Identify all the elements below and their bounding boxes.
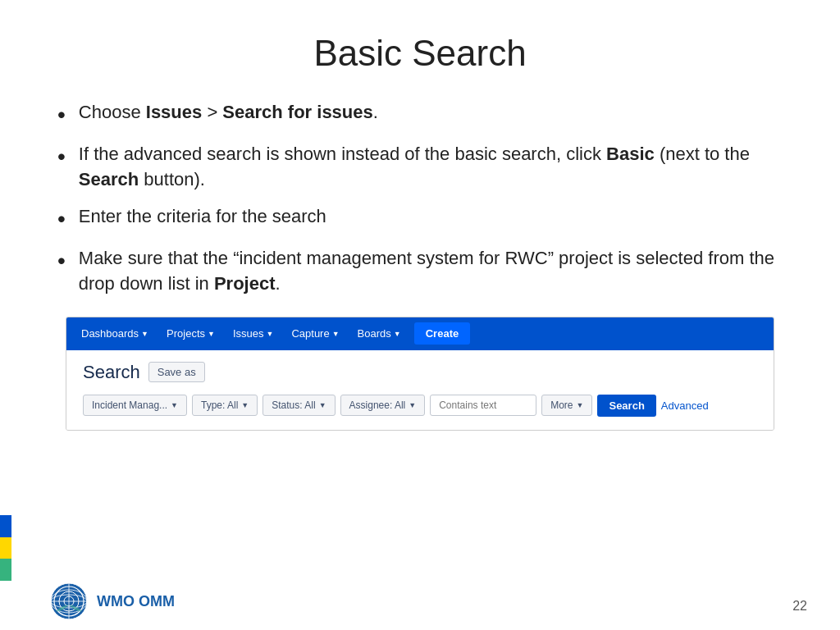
advanced-link[interactable]: Advanced xyxy=(661,399,709,412)
chevron-down-icon: ▼ xyxy=(208,330,215,338)
filter-row: Incident Manag... ▼ Type: All ▼ Status: … xyxy=(83,395,757,417)
jira-mockup: Dashboards ▼ Projects ▼ Issues ▼ Capture… xyxy=(66,317,774,431)
slide-number: 22 xyxy=(792,599,807,614)
bullet-item-4: Make sure that the “incident management … xyxy=(57,246,791,297)
create-button[interactable]: Create xyxy=(414,322,470,345)
bullet-item-1: Choose Issues > Search for issues. xyxy=(57,100,791,130)
status-filter[interactable]: Status: All ▼ xyxy=(262,395,335,416)
wmo-logo: WMO OMM xyxy=(49,582,175,621)
bottom-area: WMO OMM xyxy=(0,573,840,630)
chevron-down-icon: ▼ xyxy=(332,330,340,338)
search-header: Search Save as xyxy=(83,362,757,383)
slide: Basic Search Choose Issues > Search for … xyxy=(0,0,840,630)
nav-item-projects[interactable]: Projects ▼ xyxy=(158,321,223,346)
chevron-down-icon: ▼ xyxy=(577,401,584,409)
left-color-bar xyxy=(0,515,11,581)
contains-text-input[interactable] xyxy=(430,395,536,416)
more-button[interactable]: More ▼ xyxy=(541,395,592,416)
chevron-down-icon: ▼ xyxy=(171,401,178,409)
nav-item-capture[interactable]: Capture ▼ xyxy=(283,321,347,346)
nav-item-issues[interactable]: Issues ▼ xyxy=(225,321,282,346)
type-filter[interactable]: Type: All ▼ xyxy=(192,395,258,416)
chevron-down-icon: ▼ xyxy=(394,330,401,338)
jira-body: Search Save as Incident Manag... ▼ Type:… xyxy=(66,350,774,430)
chevron-down-icon: ▼ xyxy=(241,401,249,409)
search-heading: Search xyxy=(83,362,140,383)
bar-blue xyxy=(0,515,11,537)
bullet-list: Choose Issues > Search for issues. If th… xyxy=(49,100,791,297)
bullet-item-2: If the advanced search is shown instead … xyxy=(57,142,791,193)
bar-yellow xyxy=(0,537,11,559)
wmo-emblem-icon xyxy=(49,582,89,621)
save-as-button[interactable]: Save as xyxy=(148,362,205,382)
assignee-filter[interactable]: Assignee: All ▼ xyxy=(340,395,426,416)
slide-title: Basic Search xyxy=(49,33,791,74)
chevron-down-icon: ▼ xyxy=(141,330,148,338)
chevron-down-icon: ▼ xyxy=(409,401,416,409)
nav-item-dashboards[interactable]: Dashboards ▼ xyxy=(73,321,157,346)
bullet-item-3: Enter the criteria for the search xyxy=(57,204,791,235)
project-filter[interactable]: Incident Manag... ▼ xyxy=(83,395,187,416)
jira-navbar: Dashboards ▼ Projects ▼ Issues ▼ Capture… xyxy=(66,317,774,350)
wmo-name: WMO OMM xyxy=(97,593,175,610)
search-button[interactable]: Search xyxy=(597,395,655,417)
nav-item-boards[interactable]: Boards ▼ xyxy=(349,321,409,346)
chevron-down-icon: ▼ xyxy=(319,401,326,409)
chevron-down-icon: ▼ xyxy=(267,330,274,338)
